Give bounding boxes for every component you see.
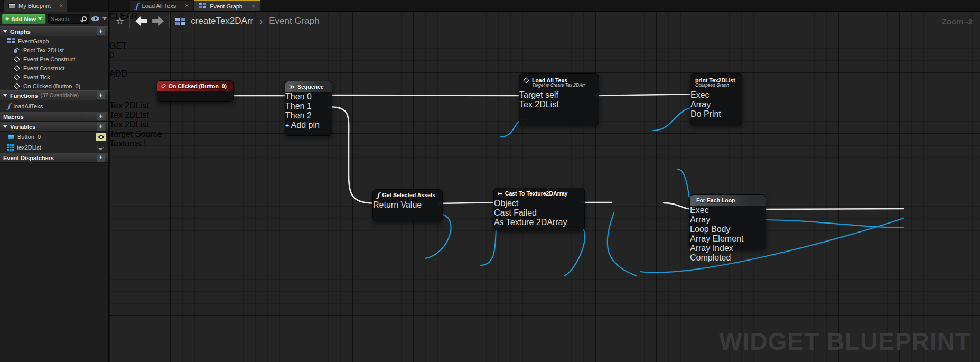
pin-label: Then 1 <box>285 101 312 110</box>
array-element-pin[interactable]: Array Element <box>690 234 766 244</box>
node-title: For Each Loop <box>690 195 766 206</box>
item-label: Event Tick <box>23 74 50 80</box>
close-icon[interactable]: × <box>185 3 189 9</box>
chevron-down-icon <box>38 17 42 20</box>
node-sequence[interactable]: ≫ Sequence Then 0 Then 1 Then 2 + Add pi… <box>285 81 332 136</box>
close-icon[interactable]: × <box>251 3 255 10</box>
sidebar-item-on-clicked[interactable]: On Clicked (Button_0) <box>0 81 108 90</box>
private-eye-icon[interactable] <box>97 145 104 150</box>
window-icon <box>8 3 15 8</box>
zoom-level-label: Zoom -2 <box>942 17 973 26</box>
sidebar-item-event-construct[interactable]: Event Construct <box>0 63 108 72</box>
close-icon[interactable]: × <box>59 3 63 9</box>
pin-label: Then 0 <box>285 92 312 101</box>
section-variables[interactable]: Variables + <box>0 122 108 132</box>
node-for-each-loop[interactable]: For Each Loop Exec Array Loop Body Array… <box>689 194 766 249</box>
public-eye-icon[interactable] <box>96 133 106 141</box>
pin-label: Array <box>690 215 710 224</box>
sidebar-item-event-tick[interactable]: Event Tick <box>0 72 108 81</box>
as-texture2darray-pin[interactable]: As Texture 2DArray <box>494 218 584 227</box>
function-icon: ƒ <box>7 103 11 109</box>
node-title: print Tex2DList Collapsed Graph <box>690 74 742 90</box>
section-event-dispatchers[interactable]: Event Dispatchers + <box>0 153 108 163</box>
add-graph-button[interactable]: + <box>97 27 105 35</box>
then0-pin[interactable]: Then 0 <box>285 92 332 101</box>
exec-in-pin[interactable]: Exec <box>690 90 742 100</box>
sidebar-item-event-pre-construct[interactable]: Event Pre Construct <box>0 54 108 63</box>
add-new-button[interactable]: + Add New <box>2 14 46 24</box>
add-pin-button[interactable]: + Add pin <box>285 120 332 130</box>
object-pin[interactable]: Object <box>494 199 584 208</box>
add-function-button[interactable]: + <box>97 91 105 99</box>
pin-label: Exec <box>690 90 710 99</box>
exec-in-pin[interactable]: Exec <box>690 206 766 215</box>
array-variable-icon <box>7 144 14 151</box>
target-value-box[interactable]: self <box>545 90 558 99</box>
pin-label: Loop Body <box>690 225 731 234</box>
sidebar-item-eventgraph[interactable]: EventGraph <box>0 36 108 45</box>
node-title-text: On Clicked (Button_0) <box>169 83 227 89</box>
add-new-label: Add New <box>11 16 36 22</box>
breadcrumb-separator: › <box>259 16 263 27</box>
return-value-pin[interactable]: Return Value <box>373 200 442 210</box>
pin-label: Array <box>690 100 711 109</box>
wire-pill2-to-print-array <box>653 107 695 131</box>
search-input[interactable] <box>51 16 82 22</box>
tab-my-blueprint[interactable]: My Blueprint × <box>4 0 67 12</box>
node-on-clicked[interactable]: On Clicked (Button_0) <box>157 80 234 102</box>
visibility-eye-icon[interactable] <box>91 16 99 21</box>
node-load-all-texs[interactable]: Load All Texs Target is Create Tex 2DArr… <box>519 73 599 125</box>
wire-element-to-add <box>761 220 903 228</box>
favorite-star-icon[interactable]: ☆ <box>116 16 124 26</box>
item-label: Event Construct <box>23 65 64 71</box>
wire-loopbody-to-add <box>761 209 903 209</box>
cast-failed-pin[interactable]: Cast Failed <box>494 208 584 218</box>
pin-label: Array Element <box>690 234 743 243</box>
chevron-down-icon[interactable] <box>102 17 107 20</box>
add-variable-button[interactable]: + <box>97 123 105 131</box>
sidebar-item-loadalltexs[interactable]: ƒ loadAllTexs <box>0 100 108 112</box>
array-in-pin[interactable]: Array <box>690 100 742 109</box>
loop-body-pin[interactable]: Loop Body <box>690 225 766 234</box>
cast-icon: ↦ <box>498 190 502 197</box>
plus-icon: + <box>285 122 289 129</box>
tab-load-all-texs[interactable]: ƒ Load All Texs × <box>130 1 194 11</box>
section-macros[interactable]: Macros + <box>0 112 108 122</box>
node-subtitle: Target is Create Tex 2DArr <box>523 82 595 88</box>
item-label: Event Pre Construct <box>23 56 75 62</box>
then1-pin[interactable]: Then 1 <box>285 101 332 111</box>
completed-pin[interactable]: Completed <box>690 253 766 263</box>
blueprint-icon <box>175 17 185 25</box>
node-get-selected-assets[interactable]: ƒ Get Selected Assets Return Value <box>372 189 443 221</box>
section-graphs[interactable]: Graphs + <box>0 26 108 36</box>
add-macro-button[interactable]: + <box>97 113 105 120</box>
pin-label: Add pin <box>291 120 320 129</box>
forward-arrow-icon[interactable] <box>152 16 164 26</box>
variable-row-tex2dlist[interactable]: tex2DList <box>0 142 108 153</box>
tab-event-graph[interactable]: Event Graph × <box>194 0 260 11</box>
add-dispatcher-button[interactable]: + <box>97 154 105 162</box>
node-cast-to-texture2darray[interactable]: ↦ Cast To Texture2DArray Object Cast Fai… <box>493 188 585 230</box>
toolbar-divider <box>169 14 170 28</box>
event-icon <box>14 65 20 71</box>
section-functions[interactable]: Functions (37 Overridable) + <box>0 90 108 100</box>
event-graph-canvas[interactable]: ☆ createTex2DArr › Event Graph Zoom -2 W… <box>109 12 980 362</box>
breadcrumb-current[interactable]: Event Graph <box>269 16 319 26</box>
tex2dlist-pin[interactable]: Tex 2DList <box>519 100 599 109</box>
node-print-tex2dlist[interactable]: print Tex2DList Collapsed Graph Exec Arr… <box>690 73 742 125</box>
search-icon <box>82 16 87 21</box>
variable-row-button0[interactable]: Button_0 <box>0 132 108 142</box>
graph-icon <box>199 3 206 9</box>
array-in-pin[interactable]: Array <box>690 215 766 225</box>
item-label: loadAllTexs <box>14 103 43 109</box>
then2-pin[interactable]: Then 2 <box>285 111 332 120</box>
sidebar-item-print-tex-2dlist[interactable]: Print Tex 2DList <box>0 45 108 54</box>
wire-then1-to-getselected <box>328 107 378 203</box>
do-print-pin[interactable]: Do Print <box>690 109 742 119</box>
target-pin[interactable]: Target self <box>519 90 599 100</box>
back-arrow-icon[interactable] <box>135 16 147 26</box>
plus-icon: + <box>5 15 9 23</box>
array-index-pin[interactable]: Array Index <box>690 244 766 253</box>
wire-layer <box>109 12 980 362</box>
breadcrumb-root[interactable]: createTex2DArr <box>191 16 253 26</box>
